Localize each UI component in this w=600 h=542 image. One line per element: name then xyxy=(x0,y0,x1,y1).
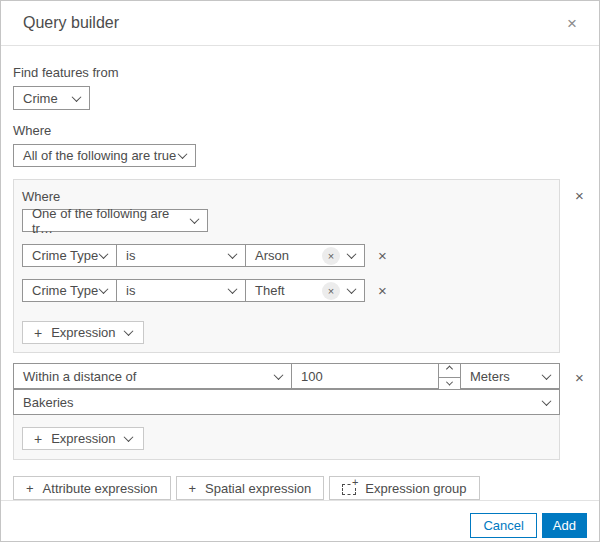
spatial-operator-select[interactable]: Within a distance of xyxy=(14,364,291,388)
field-select[interactable]: Crime Type xyxy=(22,244,117,267)
add-expression-group-button[interactable]: + Expression group xyxy=(329,476,479,500)
logic-operator-value: All of the following are true xyxy=(23,148,176,163)
dialog-header: Query builder × xyxy=(1,1,599,46)
target-layer-value: Bakeries xyxy=(23,395,74,410)
clear-value-icon[interactable]: × xyxy=(322,282,340,300)
value-select-value: Theft xyxy=(255,283,285,298)
chevron-up-icon xyxy=(446,365,453,372)
operator-select[interactable]: is xyxy=(116,279,246,302)
operator-select-value: is xyxy=(126,283,135,298)
remove-expression-button[interactable]: × xyxy=(378,283,387,298)
chevron-down-icon xyxy=(123,326,133,336)
expression-group-1-panel: Where One of the following are tr… Crime… xyxy=(13,179,560,353)
plus-icon: + xyxy=(34,431,42,447)
clear-value-icon[interactable]: × xyxy=(322,247,340,265)
add-expression-label: Expression xyxy=(51,325,115,340)
expression-row: Crime Type is Arson × × xyxy=(22,244,551,267)
plus-icon: + xyxy=(351,477,359,488)
cancel-button[interactable]: Cancel xyxy=(470,513,536,538)
value-select[interactable]: Arson × xyxy=(245,244,365,267)
spatial-expression-label: Spatial expression xyxy=(205,481,311,496)
chevron-down-icon xyxy=(542,370,552,380)
operator-select[interactable]: is xyxy=(116,244,246,267)
expression-group-2: Within a distance of Meters xyxy=(13,363,587,460)
chevron-down-icon xyxy=(72,92,82,102)
chevron-down-icon xyxy=(190,214,200,224)
distance-stepper xyxy=(438,364,460,390)
group-logic-operator-select[interactable]: One of the following are tr… xyxy=(22,209,208,232)
add-attribute-expression-button[interactable]: + Attribute expression xyxy=(13,476,171,500)
chevron-down-icon xyxy=(178,149,188,159)
add-expression-label: Expression xyxy=(51,431,115,446)
logic-operator-select[interactable]: All of the following are true xyxy=(13,144,196,167)
dialog-body: Find features from Crime Where All of th… xyxy=(1,46,599,500)
target-layer-select[interactable]: Bakeries xyxy=(13,389,560,415)
dialog-title: Query builder xyxy=(23,14,559,32)
group-where-label: Where xyxy=(22,189,551,204)
field-select-value: Crime Type xyxy=(32,283,98,298)
value-select-value: Arson xyxy=(255,248,289,263)
add-spatial-expression-button[interactable]: + Spatial expression xyxy=(176,476,325,500)
expression-row: Crime Type is Theft × × xyxy=(22,279,551,302)
layer-select-value: Crime xyxy=(23,91,58,106)
value-select[interactable]: Theft × xyxy=(245,279,365,302)
add-button[interactable]: Add xyxy=(542,513,587,538)
chevron-down-icon xyxy=(99,249,109,259)
chevron-down-icon xyxy=(123,432,133,442)
layer-select[interactable]: Crime xyxy=(13,86,90,110)
where-label: Where xyxy=(13,123,587,138)
unit-select[interactable]: Meters xyxy=(460,364,559,388)
plus-icon: + xyxy=(189,481,197,496)
expression-group-1: Where One of the following are tr… Crime… xyxy=(13,179,587,353)
remove-group-button[interactable]: × xyxy=(560,363,599,386)
close-icon[interactable]: × xyxy=(559,11,585,36)
field-select[interactable]: Crime Type xyxy=(22,279,117,302)
spatial-operator-value: Within a distance of xyxy=(23,369,136,384)
spatial-expression-row: Within a distance of Meters xyxy=(13,363,560,389)
stepper-up-button[interactable] xyxy=(439,364,460,378)
attribute-expression-label: Attribute expression xyxy=(43,481,158,496)
chevron-down-icon xyxy=(347,249,357,259)
plus-icon: + xyxy=(26,481,34,496)
distance-input-wrap xyxy=(291,364,438,388)
remove-expression-button[interactable]: × xyxy=(378,248,387,263)
remove-group-button[interactable]: × xyxy=(560,179,599,204)
chevron-down-icon xyxy=(542,396,552,406)
dialog-footer: Cancel Add xyxy=(1,500,599,542)
add-expression-button[interactable]: + Expression xyxy=(22,427,144,450)
chevron-down-icon xyxy=(446,379,453,386)
field-select-value: Crime Type xyxy=(32,248,98,263)
chevron-down-icon xyxy=(347,284,357,294)
expression-group-label: Expression group xyxy=(365,481,466,496)
unit-select-value: Meters xyxy=(470,369,510,384)
chevron-down-icon xyxy=(274,370,284,380)
expression-toolbar: + Attribute expression + Spatial express… xyxy=(13,476,587,500)
find-features-label: Find features from xyxy=(13,65,587,80)
chevron-down-icon xyxy=(228,284,238,294)
expression-group-icon: + xyxy=(342,484,356,495)
plus-icon: + xyxy=(34,325,42,341)
query-builder-dialog: Query builder × Find features from Crime… xyxy=(0,0,600,542)
operator-select-value: is xyxy=(126,248,135,263)
group-2-footer: + Expression xyxy=(14,415,559,459)
distance-input[interactable] xyxy=(292,364,438,388)
group-logic-operator-value: One of the following are tr… xyxy=(32,206,191,236)
chevron-down-icon xyxy=(99,284,109,294)
expression-group-2-panel: Within a distance of Meters xyxy=(13,363,560,460)
chevron-down-icon xyxy=(228,249,238,259)
add-expression-button[interactable]: + Expression xyxy=(22,321,144,344)
